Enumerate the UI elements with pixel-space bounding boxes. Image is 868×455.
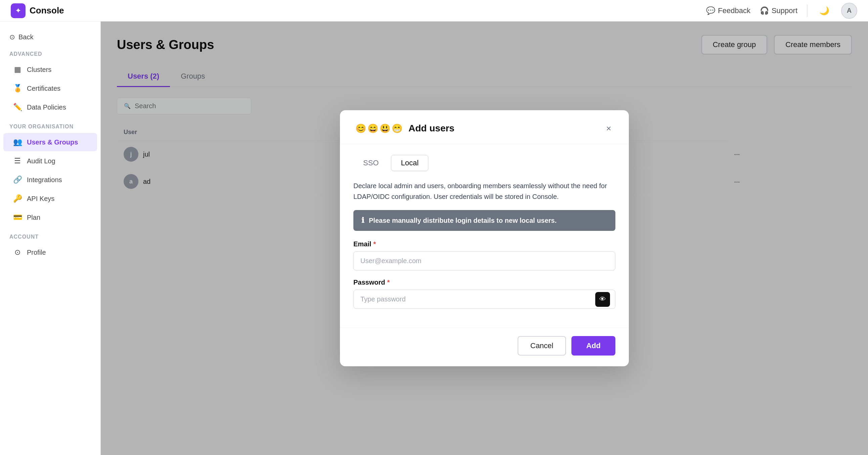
- info-banner: ℹ Please manually distribute login detai…: [353, 210, 615, 231]
- users-groups-icon: 👥: [13, 138, 22, 147]
- feedback-button[interactable]: 💬 Feedback: [706, 6, 750, 15]
- info-banner-text: Please manually distribute login details…: [369, 217, 557, 224]
- modal-title: Add users: [408, 123, 595, 134]
- avatar[interactable]: A: [841, 3, 857, 19]
- email-label: Email *: [353, 240, 615, 248]
- sidebar-item-api-keys[interactable]: 🔑 API Keys: [3, 189, 97, 208]
- back-button[interactable]: ⊙ Back: [0, 30, 43, 44]
- add-button[interactable]: Add: [571, 336, 615, 356]
- tab-local[interactable]: Local: [391, 155, 428, 171]
- modal-header: 😊 😄 😃 😁 Add users ×: [340, 110, 629, 144]
- section-org: YOUR ORGANISATION: [0, 117, 100, 132]
- sidebar-item-data-policies[interactable]: ✏️ Data Policies: [3, 98, 97, 116]
- certificates-icon: 🏅: [13, 84, 22, 93]
- modal-footer: Cancel Add: [340, 328, 629, 366]
- logo: ✦ Console: [11, 3, 64, 18]
- sidebar-item-profile[interactable]: ⊙ Profile: [3, 243, 97, 262]
- password-toggle-button[interactable]: 👁: [595, 292, 610, 307]
- nav-divider: [807, 5, 808, 17]
- password-required: *: [387, 279, 390, 286]
- app-title: Console: [30, 5, 64, 16]
- eye-icon: 👁: [599, 295, 606, 303]
- modal-overlay[interactable]: 😊 😄 😃 😁 Add users × SSO Local Declare lo…: [101, 22, 868, 455]
- modal-avatars: 😊 😄 😃 😁: [353, 121, 402, 136]
- clusters-icon: ▦: [13, 65, 22, 74]
- cancel-button[interactable]: Cancel: [518, 336, 566, 356]
- api-keys-icon: 🔑: [13, 194, 22, 203]
- modal-avatar-4: 😁: [390, 121, 404, 136]
- modal-tabs: SSO Local: [353, 155, 615, 171]
- section-account: ACCOUNT: [0, 227, 100, 243]
- modal: 😊 😄 😃 😁 Add users × SSO Local Declare lo…: [340, 110, 629, 366]
- modal-body: SSO Local Declare local admin and users,…: [340, 144, 629, 328]
- sidebar-item-users-groups[interactable]: 👥 Users & Groups: [3, 133, 97, 151]
- main-content: Users & Groups Create group Create membe…: [101, 22, 868, 455]
- sidebar-item-plan[interactable]: 💳 Plan: [3, 208, 97, 226]
- sidebar-item-certificates[interactable]: 🏅 Certificates: [3, 79, 97, 97]
- password-input[interactable]: [353, 290, 615, 309]
- modal-close-button[interactable]: ×: [602, 122, 615, 135]
- email-input[interactable]: [353, 251, 615, 271]
- back-icon: ⊙: [9, 33, 15, 41]
- password-label: Password *: [353, 279, 615, 286]
- audit-log-icon: ☰: [13, 157, 22, 165]
- sidebar-item-clusters[interactable]: ▦ Clusters: [3, 60, 97, 79]
- tab-sso[interactable]: SSO: [353, 155, 388, 171]
- plan-icon: 💳: [13, 213, 22, 222]
- layout: ⊙ Back ADVANCED ▦ Clusters 🏅 Certificate…: [0, 22, 868, 455]
- feedback-icon: 💬: [706, 6, 715, 15]
- sidebar: ⊙ Back ADVANCED ▦ Clusters 🏅 Certificate…: [0, 22, 101, 455]
- modal-description: Declare local admin and users, onboardin…: [353, 180, 615, 202]
- support-button[interactable]: 🎧 Support: [760, 6, 798, 15]
- sidebar-item-integrations[interactable]: 🔗 Integrations: [3, 171, 97, 189]
- topnav: ✦ Console 💬 Feedback 🎧 Support 🌙 A: [0, 0, 868, 22]
- topnav-actions: 💬 Feedback 🎧 Support 🌙 A: [706, 3, 857, 19]
- sidebar-item-audit-log[interactable]: ☰ Audit Log: [3, 152, 97, 170]
- password-wrapper: 👁: [353, 290, 615, 309]
- email-required: *: [373, 240, 376, 248]
- info-icon: ℹ: [362, 216, 364, 225]
- integrations-icon: 🔗: [13, 175, 22, 184]
- profile-icon: ⊙: [13, 248, 22, 257]
- headphones-icon: 🎧: [760, 6, 769, 15]
- section-advanced: ADVANCED: [0, 44, 100, 60]
- theme-toggle[interactable]: 🌙: [817, 3, 832, 18]
- data-policies-icon: ✏️: [13, 103, 22, 112]
- logo-icon: ✦: [11, 3, 26, 18]
